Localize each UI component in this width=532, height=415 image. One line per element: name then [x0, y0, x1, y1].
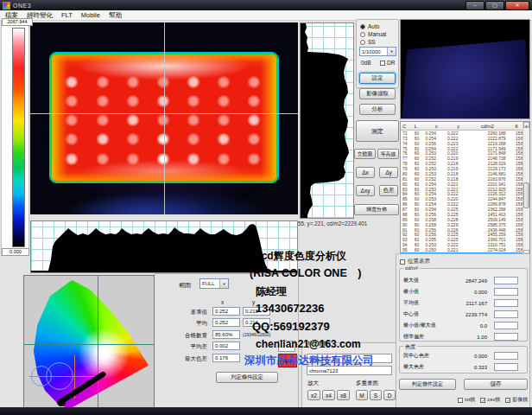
watermark-line-1: ccd辉度色度分析仪 [256, 249, 346, 264]
judge-settings-button[interactable]: 判定條件設定 [216, 372, 278, 383]
avg-label: 平均 [162, 320, 207, 328]
lum-stat-row: 最大值2847.249 [403, 275, 525, 286]
capture-button[interactable]: 影像擷取 [359, 88, 396, 99]
radio-dot[interactable] [360, 32, 365, 37]
avg-x-field[interactable]: 0.252 [212, 318, 240, 327]
stat-value: 1.00 [477, 335, 487, 340]
menu-item-3[interactable]: Mobile [81, 11, 100, 19]
maxdiff-field[interactable]: 0.176 [212, 354, 240, 362]
chevron-down-icon: ▼ [219, 279, 228, 288]
avgdiff-field[interactable]: 0.002 [212, 342, 240, 350]
vertical-profile-plot [300, 22, 354, 219]
close-button[interactable]: ✕ [505, 1, 529, 10]
checkbox-box[interactable]: ✓ [505, 398, 510, 403]
crosshair-vertical[interactable] [164, 22, 165, 214]
stat-threshold-field[interactable] [494, 363, 518, 371]
scroll-thumb[interactable] [523, 182, 529, 208]
led-dot [247, 133, 261, 145]
radio-auto[interactable]: Auto [360, 22, 386, 30]
zoom-x4-button[interactable]: x4 [322, 390, 335, 400]
range-dropdown[interactable]: FULL ▼ [200, 278, 229, 289]
view3d-button[interactable]: 立體圖 [354, 149, 376, 159]
watermark-line-4: 13430672236 [256, 302, 325, 315]
radio-dot[interactable] [360, 24, 365, 29]
file-option-csv檔[interactable]: ✓csv檔 [480, 396, 500, 404]
base-x-field[interactable]: 0.252 [212, 307, 240, 316]
measure-button[interactable]: 測定 [356, 120, 399, 142]
watermark-line-5: QQ:569192379 [252, 320, 330, 333]
measure-table-header: C L x y cd/m2 K [401, 122, 529, 131]
position-display-label: 位置表示 [408, 258, 430, 265]
position-display-checkbox[interactable]: 位置表示 [400, 258, 430, 265]
stat-threshold-field[interactable] [494, 288, 518, 296]
cie-horseshoe [26, 278, 154, 409]
range-label: 範圍 [179, 281, 191, 290]
led-dot [96, 95, 110, 107]
title-bar: ONE3 – ▢ ✕ [0, 0, 532, 10]
radio-ss[interactable]: SS [360, 38, 386, 46]
chroma-stat-rows: 與中心色差0.000最大色差0.333 [403, 350, 525, 373]
zoom-x2-button[interactable]: x2 [307, 390, 320, 400]
scale-min-label: 0.000 [2, 248, 29, 256]
maxdiff-label: 最大色差 [162, 355, 207, 363]
file-option-影像檔[interactable]: ✓影像檔 [505, 396, 528, 404]
led-dot [156, 95, 170, 107]
led-dot [156, 114, 170, 126]
measure-table: C L x y cd/m2 K 72600.2540.2222260.18815… [400, 121, 530, 257]
crosshair-horizontal[interactable] [30, 113, 298, 114]
horizontal-profile-plot [30, 220, 298, 273]
shutter-dropdown[interactable]: 1/10000 ▼ [359, 47, 396, 56]
stat-threshold-field[interactable] [494, 333, 518, 341]
minimize-button[interactable]: – [466, 1, 484, 10]
delta-y-button[interactable]: Δy [379, 167, 398, 178]
chroma-stats-group: 色度 與中心色差0.000最大色差0.333 [399, 346, 528, 374]
set-button[interactable]: 設定 [359, 73, 396, 84]
judge-settings-button-right[interactable]: 判定條件設定 [399, 379, 456, 390]
position-display-box[interactable] [400, 259, 405, 265]
stat-value: 0.0 [480, 323, 487, 329]
stat-threshold-field[interactable] [494, 310, 518, 318]
luminance-dist-button[interactable]: 輝度分佈 [354, 204, 399, 215]
stats-col-x: x [221, 299, 224, 305]
dr-checkbox[interactable]: DR [380, 60, 395, 66]
led-dot [156, 153, 170, 165]
analyze-button[interactable]: 分析 [359, 104, 396, 115]
zoom-x8-button[interactable]: x8 [337, 390, 350, 400]
window-title: ONE3 [13, 3, 31, 9]
delta-x-button[interactable]: Δx [356, 167, 375, 178]
save-button[interactable]: 儲存 [464, 379, 528, 390]
checkbox-box[interactable] [458, 398, 463, 403]
stats-col-y: y [252, 299, 255, 305]
stat-threshold-field[interactable] [494, 322, 518, 329]
unit-label: cd/m² [403, 265, 420, 271]
multi-d-button[interactable]: D [383, 390, 396, 400]
color-diff-button[interactable]: 色差 [379, 185, 398, 196]
dr-label: DR [387, 60, 395, 66]
led-dot [126, 76, 140, 88]
radio-manual[interactable]: Manual [360, 30, 386, 38]
stat-value: 0.000 [474, 290, 487, 295]
multi-m-button[interactable]: M [356, 390, 368, 400]
menu-item-2[interactable]: FLT [61, 11, 73, 19]
pass-field[interactable]: 85.60% [212, 330, 240, 339]
table-scrollbar[interactable]: ▲ ▼ [522, 122, 529, 256]
delta-xy-button[interactable]: Δxy [356, 185, 375, 196]
stat-threshold-field[interactable] [494, 277, 518, 284]
menu-item-4[interactable]: 幫助 [109, 11, 122, 20]
multi-s-button[interactable]: S [370, 390, 382, 400]
stat-threshold-field[interactable] [494, 352, 518, 360]
file-option-txt檔[interactable]: txt檔 [458, 396, 475, 404]
radio-dot[interactable] [360, 40, 365, 45]
scroll-up-arrow[interactable]: ▲ [523, 122, 529, 128]
led-dot [65, 153, 79, 165]
stat-threshold-field[interactable] [494, 299, 518, 307]
contour-button[interactable]: 等高線 [377, 149, 399, 159]
led-dot [65, 114, 79, 126]
calibration-group: 校正參數 ONE3 F2.8 chroma7123 放大 多重畫面 x2 x4 … [301, 342, 396, 412]
cie-tolerance-circle-2 [31, 366, 52, 386]
dr-checkbox-box[interactable] [380, 61, 385, 66]
led-dot [217, 133, 231, 145]
vertical-profile-shape [301, 23, 353, 218]
checkbox-box[interactable]: ✓ [480, 398, 485, 403]
maximize-button[interactable]: ▢ [485, 1, 504, 10]
